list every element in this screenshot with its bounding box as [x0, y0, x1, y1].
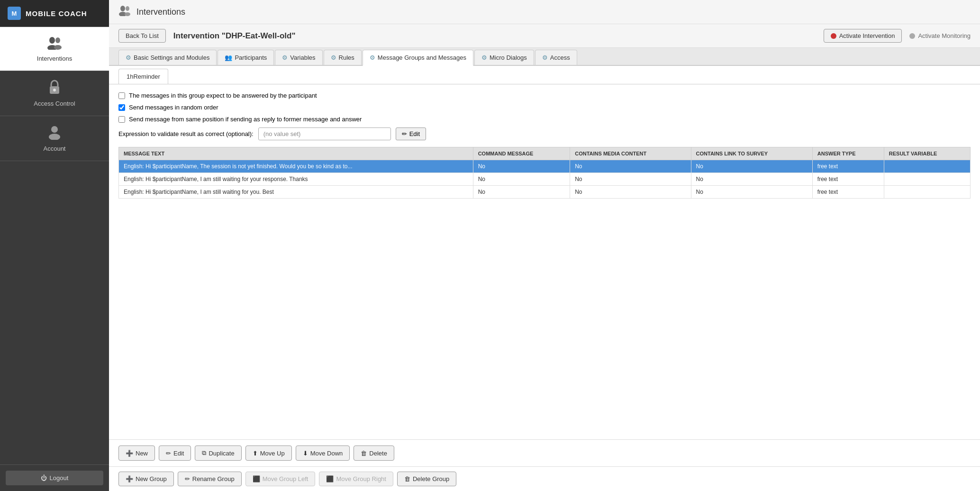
move-up-icon: ⬆: [253, 450, 258, 457]
messages-table-container: MESSAGE TEXT COMMAND MESSAGE CONTAINS ME…: [118, 147, 971, 199]
sidebar-item-interventions[interactable]: Interventions: [0, 27, 109, 71]
tab-basic-settings[interactable]: ⚙ Basic Settings and Modules: [118, 50, 217, 65]
table-cell: No: [570, 160, 691, 173]
expression-input[interactable]: [258, 127, 391, 140]
col-contains-media: CONTAINS MEDIA CONTENT: [570, 147, 691, 160]
action-bar: ➕ New ✏ Edit ⧉ Duplicate ⬆ Move Up ⬇ Mov…: [109, 439, 980, 466]
tab-basic-settings-label: Basic Settings and Modules: [134, 54, 209, 61]
delete-message-button[interactable]: 🗑 Delete: [354, 446, 394, 461]
table-row[interactable]: English: Hi $participantName, I am still…: [119, 186, 971, 199]
move-up-button[interactable]: ⬆ Move Up: [245, 446, 292, 461]
tab-participants-label: Participants: [235, 54, 267, 61]
sidebar-label-interventions: Interventions: [37, 55, 72, 62]
answered-checkbox[interactable]: [118, 92, 125, 99]
sidebar-footer: ⏻ Logout: [0, 464, 109, 491]
back-label: Back To List: [126, 32, 159, 39]
tab-message-groups[interactable]: ⚙ Message Groups and Messages: [363, 50, 473, 66]
delete-label: Delete: [369, 450, 387, 457]
table-cell: No: [691, 160, 812, 173]
move-group-left-button[interactable]: ⬛ Move Group Left: [245, 472, 316, 486]
expression-label: Expression to validate result as correct…: [118, 130, 254, 137]
table-cell: free text: [812, 186, 884, 199]
svg-point-11: [126, 6, 129, 11]
activate-button-label: Activate Intervention: [839, 32, 895, 39]
subtabs: 1hReminder: [109, 66, 980, 84]
table-cell: No: [570, 173, 691, 186]
col-command-message: COMMAND MESSAGE: [473, 147, 570, 160]
new-group-label: New Group: [136, 475, 167, 482]
new-group-icon: ➕: [126, 475, 133, 482]
svg-point-9: [49, 134, 60, 140]
table-cell: [884, 160, 970, 173]
rename-group-button[interactable]: ✏ Rename Group: [178, 472, 242, 486]
tab-access[interactable]: ⚙ Access: [535, 50, 577, 65]
answered-checkbox-row: The messages in this group expect to be …: [118, 92, 971, 99]
tab-rules[interactable]: ⚙ Rules: [324, 50, 362, 65]
page-title: Interventions: [136, 7, 185, 17]
intervention-title: Intervention "DHP-Eat-Well-old": [173, 31, 296, 41]
activate-monitoring[interactable]: Activate Monitoring: [909, 32, 971, 39]
table-cell: No: [570, 186, 691, 199]
subtab-1hreminder[interactable]: 1hReminder: [118, 69, 168, 84]
same-position-checkbox[interactable]: [118, 116, 125, 123]
toolbar-right: Activate Intervention Activate Monitorin…: [824, 29, 971, 43]
sidebar: M MOBILE COACH Interventions: [0, 0, 109, 491]
sidebar-label-account: Account: [44, 145, 66, 152]
svg-point-3: [55, 37, 60, 43]
col-message-text: MESSAGE TEXT: [119, 147, 473, 160]
table-row[interactable]: English: Hi $participantName, I am still…: [119, 173, 971, 186]
new-group-button[interactable]: ➕ New Group: [118, 472, 174, 486]
duplicate-icon: ⧉: [202, 449, 206, 457]
move-down-button[interactable]: ⬇ Move Down: [296, 446, 350, 461]
subtab-1hreminder-label: 1hReminder: [127, 73, 160, 80]
duplicate-label: Duplicate: [209, 450, 234, 457]
move-group-left-label: Move Group Left: [263, 475, 309, 482]
move-down-label: Move Down: [310, 450, 343, 457]
svg-point-10: [120, 6, 125, 11]
table-cell: [884, 173, 970, 186]
duplicate-message-button[interactable]: ⧉ Duplicate: [195, 446, 241, 461]
table-cell: No: [691, 186, 812, 199]
sidebar-nav: Interventions Access Control Account: [0, 27, 109, 464]
edit-pencil-icon: ✏: [402, 130, 407, 137]
table-cell: English: Hi $participantName, I am still…: [119, 173, 473, 186]
tab-micro-dialogs[interactable]: ⚙ Micro Dialogs: [474, 50, 534, 65]
table-cell: English: Hi $participantName, The sessio…: [119, 160, 473, 173]
tab-micro-dialogs-label: Micro Dialogs: [490, 54, 527, 61]
tab-micro-dialogs-icon: ⚙: [481, 54, 487, 61]
main-content: Interventions Back To List Intervention …: [109, 0, 980, 491]
delete-icon: 🗑: [361, 450, 367, 457]
tab-variables-label: Variables: [290, 54, 315, 61]
activate-intervention-button[interactable]: Activate Intervention: [824, 29, 902, 43]
table-row[interactable]: English: Hi $participantName, The sessio…: [119, 160, 971, 173]
expression-edit-button[interactable]: ✏ Edit: [396, 127, 426, 140]
access-control-icon: [48, 80, 61, 98]
tab-variables-icon: ⚙: [282, 54, 288, 61]
move-down-icon: ⬇: [303, 450, 308, 457]
table-cell: No: [473, 173, 570, 186]
messages-table: MESSAGE TEXT COMMAND MESSAGE CONTAINS ME…: [118, 147, 971, 199]
sidebar-item-access-control[interactable]: Access Control: [0, 71, 109, 116]
tab-participants[interactable]: 👥 Participants: [218, 50, 274, 65]
edit-icon: ✏: [166, 450, 171, 457]
group-bar: ➕ New Group ✏ Rename Group ⬛ Move Group …: [109, 466, 980, 491]
tab-rules-label: Rules: [339, 54, 354, 61]
edit-message-button[interactable]: ✏ Edit: [159, 446, 191, 461]
tab-access-label: Access: [550, 54, 570, 61]
svg-point-8: [51, 126, 58, 133]
page-header: Interventions: [109, 0, 980, 24]
sidebar-item-account[interactable]: Account: [0, 116, 109, 161]
move-group-right-button[interactable]: ⬛ Move Group Right: [319, 472, 393, 486]
new-message-button[interactable]: ➕ New: [118, 446, 155, 461]
tab-message-groups-icon: ⚙: [370, 54, 375, 61]
tab-variables[interactable]: ⚙ Variables: [275, 50, 322, 65]
logout-button[interactable]: ⏻ Logout: [6, 471, 103, 485]
activate-monitoring-label: Activate Monitoring: [918, 32, 971, 39]
back-to-list-button[interactable]: Back To List: [118, 29, 166, 43]
table-body: English: Hi $participantName, The sessio…: [119, 160, 971, 199]
logout-icon: ⏻: [41, 474, 47, 482]
random-checkbox[interactable]: [118, 104, 125, 111]
new-icon: ➕: [126, 450, 133, 457]
delete-group-button[interactable]: 🗑 Delete Group: [397, 472, 456, 486]
table-cell: No: [691, 173, 812, 186]
